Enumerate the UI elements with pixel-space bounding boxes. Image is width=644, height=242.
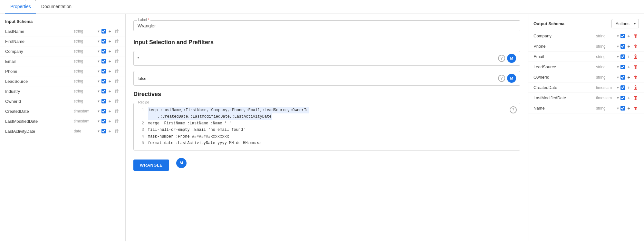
- output-field-delete-btn[interactable]: 🗑: [632, 64, 639, 70]
- input-field-delete-btn[interactable]: 🗑: [114, 109, 120, 114]
- output-field-add-btn[interactable]: +: [627, 95, 631, 101]
- type-dropdown-btn[interactable]: ▾: [98, 99, 100, 103]
- input-field-checkbox[interactable]: [101, 29, 106, 34]
- input-field-add-btn[interactable]: +: [108, 99, 112, 103]
- wrangle-m-badge[interactable]: M: [176, 158, 187, 168]
- input-field-add-btn[interactable]: +: [108, 89, 112, 93]
- output-field-delete-btn[interactable]: 🗑: [632, 106, 639, 111]
- output-type-dropdown-btn[interactable]: ▾: [617, 96, 619, 100]
- type-dropdown-btn[interactable]: ▾: [98, 119, 100, 123]
- type-dropdown-btn[interactable]: ▾: [98, 29, 100, 34]
- input-field-delete-btn[interactable]: 🗑: [114, 59, 120, 64]
- output-field-delete-btn[interactable]: 🗑: [632, 44, 639, 49]
- type-dropdown-btn[interactable]: ▾: [98, 109, 100, 113]
- output-field-delete-btn[interactable]: 🗑: [632, 54, 639, 59]
- type-dropdown-btn[interactable]: ▾: [98, 49, 100, 53]
- type-dropdown-btn[interactable]: ▾: [98, 59, 100, 63]
- actions-dropdown[interactable]: Actions: [611, 19, 639, 28]
- input-field-delete-btn[interactable]: 🗑: [114, 119, 120, 124]
- input-field-add-btn[interactable]: +: [108, 69, 112, 73]
- input-schema-row: OwnerId string ▾ + 🗑: [0, 96, 125, 106]
- output-field-add-btn[interactable]: +: [627, 64, 631, 70]
- output-field-delete-btn[interactable]: 🗑: [632, 75, 639, 80]
- label-input[interactable]: [138, 23, 516, 28]
- input-field-add-btn[interactable]: +: [108, 29, 112, 34]
- output-field-delete-btn[interactable]: 🗑: [632, 34, 639, 39]
- output-field-checkbox[interactable]: [620, 34, 625, 38]
- output-field-type: string: [596, 54, 617, 59]
- type-dropdown-btn[interactable]: ▾: [98, 39, 100, 44]
- output-type-dropdown-btn[interactable]: ▾: [617, 106, 619, 111]
- output-field-checkbox[interactable]: [620, 75, 625, 80]
- input-field-checkbox[interactable]: [101, 89, 106, 93]
- precondition-input[interactable]: [138, 76, 496, 81]
- input-field-name-m-badge[interactable]: M: [507, 54, 516, 63]
- input-field-delete-btn[interactable]: 🗑: [114, 49, 120, 54]
- input-field-delete-btn[interactable]: 🗑: [114, 39, 120, 44]
- input-field-delete-btn[interactable]: 🗑: [114, 129, 120, 134]
- input-field-add-btn[interactable]: +: [108, 129, 112, 133]
- input-field-add-btn[interactable]: +: [108, 79, 112, 83]
- type-dropdown-btn[interactable]: ▾: [98, 79, 100, 83]
- input-field-type: string: [74, 59, 96, 63]
- label-field-label: Label *: [137, 18, 150, 22]
- output-type-dropdown-btn[interactable]: ▾: [617, 44, 619, 49]
- output-field-delete-btn[interactable]: 🗑: [632, 85, 639, 90]
- input-field-checkbox[interactable]: [101, 79, 106, 83]
- precondition-m-badge[interactable]: M: [507, 74, 516, 83]
- output-field-add-btn[interactable]: +: [627, 74, 631, 80]
- recipe-help-icon[interactable]: ?: [510, 106, 517, 113]
- output-field-add-btn[interactable]: +: [627, 54, 631, 59]
- input-field-delete-btn[interactable]: 🗑: [114, 79, 120, 84]
- input-field-name-help-icon[interactable]: ?: [498, 55, 505, 62]
- type-dropdown-btn[interactable]: ▾: [98, 89, 100, 93]
- type-dropdown-btn[interactable]: ▾: [98, 129, 100, 133]
- output-field-add-btn[interactable]: +: [627, 33, 631, 39]
- type-dropdown-btn[interactable]: ▾: [98, 69, 100, 73]
- output-type-dropdown-btn[interactable]: ▾: [617, 54, 619, 59]
- output-field-checkbox[interactable]: [620, 44, 625, 49]
- input-field-name-input[interactable]: [138, 56, 496, 61]
- output-field-checkbox[interactable]: [620, 106, 625, 111]
- input-schema-row: Email string ▾ + 🗑: [0, 56, 125, 66]
- input-field-delete-btn[interactable]: 🗑: [114, 89, 120, 94]
- output-type-dropdown-btn[interactable]: ▾: [617, 75, 619, 80]
- output-field-checkbox[interactable]: [620, 85, 625, 90]
- input-field-delete-btn[interactable]: 🗑: [114, 99, 120, 104]
- input-field-name-label: OwnerId: [5, 99, 74, 104]
- output-field-add-btn[interactable]: +: [627, 85, 631, 90]
- input-field-add-btn[interactable]: +: [108, 109, 112, 113]
- output-field-checkbox[interactable]: [620, 96, 625, 100]
- input-field-checkbox[interactable]: [101, 119, 106, 123]
- input-row-actions: ▾ + 🗑: [98, 119, 120, 124]
- input-field-delete-btn[interactable]: 🗑: [114, 29, 120, 34]
- output-field-add-btn[interactable]: +: [627, 105, 631, 111]
- precondition-help-icon[interactable]: ?: [498, 75, 505, 82]
- input-field-checkbox[interactable]: [101, 39, 106, 44]
- input-field-name-label: LastActivityDate: [5, 129, 74, 134]
- input-field-checkbox[interactable]: [101, 99, 106, 103]
- tab-properties[interactable]: Properties: [5, 0, 36, 14]
- input-field-add-btn[interactable]: +: [108, 119, 112, 123]
- output-field-checkbox[interactable]: [620, 65, 625, 69]
- tab-documentation[interactable]: Documentation: [36, 0, 77, 14]
- input-field-checkbox[interactable]: [101, 69, 106, 73]
- output-type-dropdown-btn[interactable]: ▾: [617, 85, 619, 90]
- input-row-actions: ▾ + 🗑: [98, 109, 120, 114]
- input-field-checkbox[interactable]: [101, 109, 106, 113]
- input-field-checkbox[interactable]: [101, 49, 106, 53]
- input-field-delete-btn[interactable]: 🗑: [114, 69, 120, 74]
- output-field-name-label: Phone: [533, 44, 596, 49]
- recipe-content[interactable]: 1 keep :LastName,:FirstName,:Company,:Ph…: [134, 103, 520, 150]
- input-field-add-btn[interactable]: +: [108, 59, 112, 63]
- output-type-dropdown-btn[interactable]: ▾: [617, 65, 619, 69]
- output-type-dropdown-btn[interactable]: ▾: [617, 34, 619, 38]
- wrangle-button[interactable]: WRANGLE: [133, 160, 169, 171]
- input-field-checkbox[interactable]: [101, 59, 106, 63]
- input-field-add-btn[interactable]: +: [108, 49, 112, 53]
- output-field-delete-btn[interactable]: 🗑: [632, 95, 639, 101]
- output-field-checkbox[interactable]: [620, 54, 625, 59]
- input-field-checkbox[interactable]: [101, 129, 106, 133]
- input-field-add-btn[interactable]: +: [108, 39, 112, 44]
- output-field-add-btn[interactable]: +: [627, 44, 631, 49]
